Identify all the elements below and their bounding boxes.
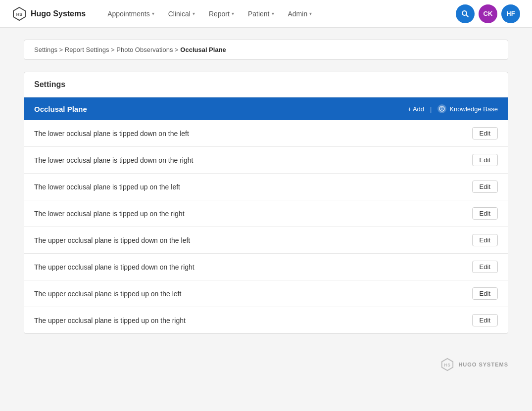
search-button[interactable] <box>456 4 475 23</box>
table-row: The lower occlusal plane is tipped down … <box>24 147 508 174</box>
search-icon <box>461 10 469 18</box>
observation-text: The upper occlusal plane is tipped up on… <box>34 317 186 324</box>
user-hf-button[interactable]: HF <box>501 4 520 23</box>
brand-logo-link[interactable]: HS Hugo Systems <box>12 6 86 21</box>
settings-card-header: Settings <box>24 72 508 97</box>
nav-item-appointments[interactable]: Appointments ▾ <box>101 6 160 22</box>
nav-item-patient[interactable]: Patient ▾ <box>242 6 280 22</box>
section-actions: + Add | Knowledge Base <box>407 104 498 113</box>
chevron-down-icon: ▾ <box>232 11 234 16</box>
observation-text: The lower occlusal plane is tipped down … <box>34 130 189 137</box>
breadcrumb-photo-observations: Photo Observations <box>116 46 173 53</box>
svg-line-3 <box>466 15 468 17</box>
nav-item-clinical[interactable]: Clinical ▾ <box>162 6 201 22</box>
edit-button[interactable]: Edit <box>472 154 498 166</box>
edit-button[interactable]: Edit <box>472 207 498 220</box>
breadcrumb-report-settings: Report Settings <box>65 46 109 53</box>
navbar-actions: CK HF <box>456 4 520 23</box>
edit-button[interactable]: Edit <box>472 127 498 139</box>
navbar: HS Hugo Systems Appointments ▾ Clinical … <box>0 0 532 28</box>
table-row: The lower occlusal plane is tipped up on… <box>24 174 508 200</box>
nav-menu: Appointments ▾ Clinical ▾ Report ▾ Patie… <box>101 6 440 22</box>
svg-point-5 <box>441 107 442 108</box>
svg-text:HS: HS <box>444 363 451 367</box>
breadcrumb-settings: Settings <box>34 46 57 53</box>
user-ck-button[interactable]: CK <box>479 4 497 23</box>
nav-item-admin[interactable]: Admin ▾ <box>282 6 318 22</box>
observation-text: The upper occlusal plane is tipped down … <box>34 263 194 271</box>
svg-rect-6 <box>442 109 442 110</box>
edit-button[interactable]: Edit <box>472 181 498 193</box>
observation-text: The lower occlusal plane is tipped down … <box>34 156 193 164</box>
separator: | <box>430 105 432 113</box>
nav-item-report[interactable]: Report ▾ <box>203 6 240 22</box>
chevron-down-icon: ▾ <box>152 11 154 16</box>
footer: HS HUGO SYSTEMS <box>0 346 532 383</box>
edit-button[interactable]: Edit <box>472 261 498 273</box>
svg-text:HS: HS <box>16 12 23 17</box>
brand-logo-icon: HS <box>12 6 27 21</box>
edit-button[interactable]: Edit <box>472 314 498 326</box>
observation-text: The lower occlusal plane is tipped up on… <box>34 183 180 191</box>
chevron-down-icon: ▾ <box>309 11 312 16</box>
table-row: The upper occlusal plane is tipped up on… <box>24 280 508 307</box>
main-content: Settings > Report Settings > Photo Obser… <box>0 28 532 346</box>
add-button[interactable]: + Add <box>407 105 424 113</box>
chevron-down-icon: ▾ <box>272 11 274 16</box>
footer-label: HUGO SYSTEMS <box>458 362 508 367</box>
table-row: The lower occlusal plane is tipped up on… <box>24 200 508 227</box>
observation-text: The upper occlusal plane is tipped up on… <box>34 290 181 298</box>
observations-list: The lower occlusal plane is tipped down … <box>24 120 508 333</box>
knowledge-base-icon <box>437 104 446 113</box>
observation-text: The upper occlusal plane is tipped down … <box>34 236 190 244</box>
table-row: The upper occlusal plane is tipped down … <box>24 254 508 280</box>
edit-button[interactable]: Edit <box>472 287 498 300</box>
footer-logo-icon: HS <box>440 358 454 371</box>
table-row: The lower occlusal plane is tipped down … <box>24 120 508 147</box>
knowledge-base-button[interactable]: Knowledge Base <box>437 104 498 113</box>
section-header: Occlusal Plane + Add | Knowledge Base <box>24 97 508 120</box>
breadcrumb-current: Occlusal Plane <box>180 46 226 53</box>
brand-name: Hugo Systems <box>31 9 86 18</box>
edit-button[interactable]: Edit <box>472 234 498 246</box>
table-row: The upper occlusal plane is tipped down … <box>24 227 508 254</box>
settings-card: Settings Occlusal Plane + Add | Knowledg… <box>24 72 508 334</box>
table-row: The upper occlusal plane is tipped up on… <box>24 307 508 333</box>
breadcrumb: Settings > Report Settings > Photo Obser… <box>24 40 508 60</box>
observation-text: The lower occlusal plane is tipped up on… <box>34 210 185 218</box>
chevron-down-icon: ▾ <box>193 11 195 16</box>
section-title: Occlusal Plane <box>34 105 87 113</box>
